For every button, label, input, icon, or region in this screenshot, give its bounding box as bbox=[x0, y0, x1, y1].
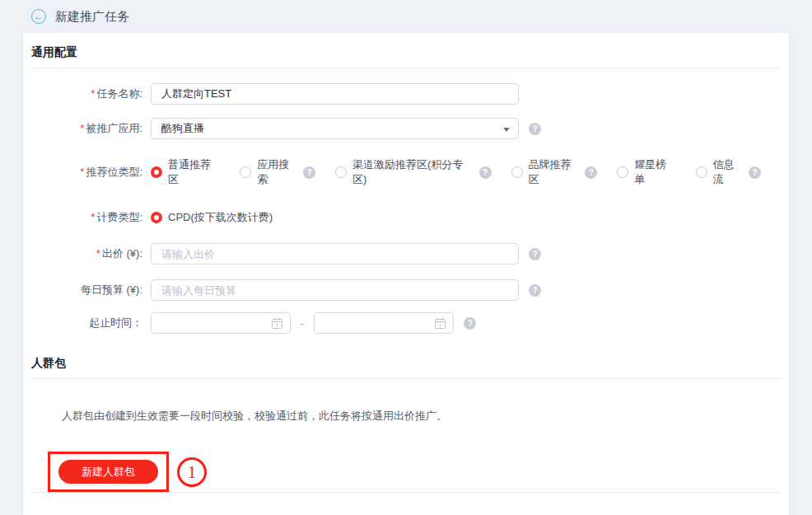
create-audience-button[interactable]: 新建人群包 bbox=[58, 460, 158, 484]
radio-option-feed[interactable]: 信息流 ? bbox=[696, 157, 761, 187]
radio-checked-icon bbox=[151, 212, 162, 223]
annotation-circle-1: 1 bbox=[177, 457, 207, 487]
row-date-range: 起止时间： - ? bbox=[31, 312, 781, 334]
radio-label: 品牌推荐区 bbox=[529, 157, 581, 187]
daily-budget-label-text: 每日预算 (¥): bbox=[81, 283, 142, 296]
required-mark: * bbox=[96, 247, 100, 260]
page-title: 新建推广任务 bbox=[55, 9, 129, 25]
row-slot-type: *推荐位类型: 普通推荐区 应用搜索 ? 渠道激励推荐区(积分专区) ? 品牌推… bbox=[31, 157, 781, 187]
top-bar: ← 新建推广任务 bbox=[0, 0, 812, 33]
radio-label: 耀星榜单 bbox=[634, 157, 675, 187]
audience-create-row: 新建人群包 1 bbox=[48, 452, 781, 492]
task-name-label-text: 任务名称: bbox=[96, 87, 142, 100]
radio-option-star-list[interactable]: 耀星榜单 bbox=[617, 157, 675, 187]
row-daily-budget: 每日预算 (¥): ? bbox=[31, 279, 781, 301]
task-name-input[interactable] bbox=[151, 83, 519, 105]
row-bid: *出价 (¥): ? bbox=[31, 243, 781, 265]
date-range-label-text: 起止时间： bbox=[89, 316, 142, 329]
radio-label: 信息流 bbox=[713, 157, 744, 187]
billing-type-label-text: 计费类型: bbox=[96, 211, 142, 223]
promoted-app-help-icon[interactable]: ? bbox=[529, 123, 541, 135]
radio-option-cpd[interactable]: CPD(按下载次数计费) bbox=[151, 210, 273, 225]
daily-budget-label: 每日预算 (¥): bbox=[31, 283, 151, 297]
daily-budget-help-icon[interactable]: ? bbox=[529, 284, 541, 297]
required-mark: * bbox=[80, 122, 84, 134]
brand-zone-help-icon[interactable]: ? bbox=[585, 166, 597, 179]
radio-label: 普通推荐区 bbox=[168, 157, 220, 187]
promoted-app-select[interactable]: 酷狗直播 bbox=[151, 118, 519, 139]
annotation-rectangle: 新建人群包 bbox=[48, 452, 169, 492]
radio-option-channel-incentive[interactable]: 渠道激励推荐区(积分专区) ? bbox=[335, 157, 492, 187]
section-divider bbox=[31, 492, 781, 493]
slot-type-label-text: 推荐位类型: bbox=[86, 166, 142, 178]
row-task-name: *任务名称: bbox=[31, 83, 781, 105]
promoted-app-value: 酷狗直播 bbox=[161, 121, 204, 136]
app-search-help-icon[interactable]: ? bbox=[303, 166, 315, 179]
section-title-audience: 人群包 bbox=[31, 344, 781, 379]
radio-option-brand-zone[interactable]: 品牌推荐区 ? bbox=[511, 157, 598, 187]
row-promoted-app: *被推广应用: 酷狗直播 ? bbox=[31, 118, 781, 139]
calendar-icon bbox=[434, 317, 446, 330]
billing-type-label: *计费类型: bbox=[31, 210, 151, 225]
required-mark: * bbox=[91, 87, 95, 100]
radio-icon bbox=[696, 166, 707, 178]
daily-budget-input[interactable] bbox=[151, 279, 519, 301]
radio-icon bbox=[617, 166, 628, 178]
start-date-input[interactable] bbox=[151, 312, 291, 334]
row-billing-type: *计费类型: CPD(按下载次数计费) bbox=[31, 210, 781, 225]
radio-option-normal-zone[interactable]: 普通推荐区 bbox=[151, 157, 220, 187]
slot-type-radio-group: 普通推荐区 应用搜索 ? 渠道激励推荐区(积分专区) ? 品牌推荐区 ? 耀星榜… bbox=[151, 157, 781, 187]
calendar-icon bbox=[271, 317, 283, 330]
radio-label: CPD(按下载次数计费) bbox=[168, 210, 273, 225]
slot-type-label: *推荐位类型: bbox=[31, 165, 151, 180]
audience-note: 人群包由创建到生效需要一段时间校验，校验通过前，此任务将按通用出价推广。 bbox=[62, 409, 781, 424]
bid-input[interactable] bbox=[151, 243, 519, 265]
back-icon[interactable]: ← bbox=[31, 9, 46, 24]
section-title-general: 通用配置 bbox=[31, 33, 781, 68]
end-date-input[interactable] bbox=[314, 312, 454, 334]
radio-label: 渠道激励推荐区(积分专区) bbox=[352, 157, 474, 187]
radio-icon bbox=[335, 166, 347, 178]
date-range-label: 起止时间： bbox=[31, 316, 151, 330]
bid-help-icon[interactable]: ? bbox=[529, 248, 541, 260]
date-range-separator: - bbox=[301, 317, 304, 330]
promoted-app-label-text: 被推广应用: bbox=[86, 122, 142, 134]
bid-label: *出价 (¥): bbox=[31, 246, 151, 261]
radio-checked-icon bbox=[151, 166, 162, 178]
promoted-app-label: *被推广应用: bbox=[31, 121, 151, 136]
chevron-down-icon bbox=[503, 128, 510, 132]
form-card: 通用配置 *任务名称: *被推广应用: 酷狗直播 ? *推荐位类型: 普通推荐区… bbox=[23, 33, 789, 515]
radio-icon bbox=[511, 166, 523, 178]
bid-label-text: 出价 (¥): bbox=[102, 247, 142, 260]
channel-incentive-help-icon[interactable]: ? bbox=[479, 166, 492, 179]
radio-label: 应用搜索 bbox=[257, 157, 298, 187]
required-mark: * bbox=[80, 166, 84, 178]
feed-help-icon[interactable]: ? bbox=[749, 166, 761, 179]
radio-icon bbox=[240, 166, 251, 178]
required-mark: * bbox=[91, 211, 95, 223]
task-name-label: *任务名称: bbox=[31, 87, 151, 101]
date-range-help-icon[interactable]: ? bbox=[464, 317, 476, 330]
radio-option-app-search[interactable]: 应用搜索 ? bbox=[240, 157, 315, 187]
